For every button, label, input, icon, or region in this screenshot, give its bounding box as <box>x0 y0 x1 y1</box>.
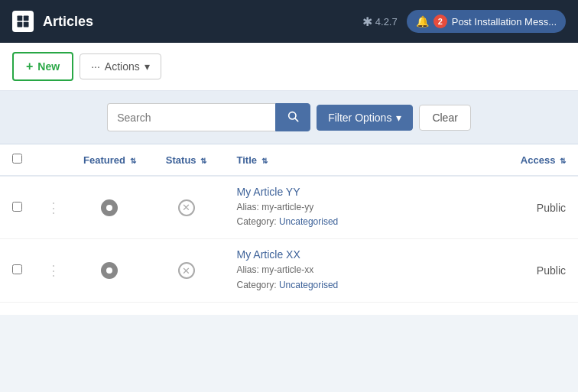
filter-options-label: Filter Options <box>328 112 391 124</box>
status-icon: ✕ <box>178 199 195 216</box>
select-all-checkbox[interactable] <box>12 154 22 164</box>
featured-col-header[interactable]: Featured ⇅ <box>71 144 148 176</box>
app-header: Articles ✱ 4.2.7 🔔 2 Post Installation M… <box>0 0 578 43</box>
status-sort-icon: ⇅ <box>200 157 206 165</box>
actions-button[interactable]: ··· Actions ▾ <box>80 53 161 79</box>
status-cell[interactable]: ✕ <box>148 239 225 302</box>
notifications-button[interactable]: 🔔 2 Post Installation Mess... <box>407 10 566 33</box>
order-col-header <box>34 144 71 176</box>
clear-label: Clear <box>432 112 457 124</box>
svg-rect-3 <box>24 22 29 28</box>
search-button[interactable] <box>275 103 310 131</box>
bell-icon: 🔔 <box>416 15 429 28</box>
category-link[interactable]: Uncategorised <box>279 280 338 290</box>
featured-sort-icon: ⇅ <box>130 157 136 165</box>
version-badge: ✱ 4.2.7 <box>362 15 398 29</box>
table-header-row: Featured ⇅ Status ⇅ Title ⇅ Access ⇅ <box>0 144 578 176</box>
svg-line-5 <box>295 118 298 121</box>
article-title: My Article XX <box>237 248 489 261</box>
actions-label: Actions <box>105 60 140 73</box>
access-col-header[interactable]: Access ⇅ <box>502 144 578 176</box>
drag-handle[interactable]: ⋮ <box>34 239 71 302</box>
status-icon: ✕ <box>178 262 195 279</box>
app-logo <box>12 11 34 32</box>
svg-rect-1 <box>24 16 29 21</box>
post-install-message: Post Installation Mess... <box>452 16 557 28</box>
filter-options-button[interactable]: Filter Options ▾ <box>317 105 413 131</box>
joomla-icon: ✱ <box>362 15 372 29</box>
title-col-header[interactable]: Title ⇅ <box>225 144 502 176</box>
access-cell: Public <box>502 176 578 239</box>
chevron-down-icon: ▾ <box>144 60 150 73</box>
new-label: New <box>37 60 60 73</box>
row-checkbox-cell <box>0 239 34 302</box>
access-sort-icon: ⇅ <box>560 157 566 165</box>
featured-icon <box>101 199 118 216</box>
page-title: Articles <box>43 14 353 30</box>
articles-table-area: Featured ⇅ Status ⇅ Title ⇅ Access ⇅ <box>0 144 578 315</box>
row-checkbox[interactable] <box>12 264 22 274</box>
table-row: ⋮ ✕ My Article XX Alias: my-article-xx C… <box>0 239 578 302</box>
toolbar: + New ··· Actions ▾ <box>0 43 578 91</box>
select-all-col <box>0 144 34 176</box>
featured-cell[interactable] <box>71 176 148 239</box>
featured-icon <box>101 262 118 279</box>
row-checkbox-cell <box>0 176 34 239</box>
svg-rect-0 <box>18 16 23 21</box>
chevron-down-icon: ▾ <box>396 112 401 124</box>
title-cell: My Article XX Alias: my-article-xx Categ… <box>225 239 502 302</box>
article-title-link[interactable]: My Article YY <box>237 186 300 198</box>
article-title: My Article YY <box>237 186 489 198</box>
title-sort-icon: ⇅ <box>261 157 268 165</box>
new-button[interactable]: + New <box>12 52 73 81</box>
search-input[interactable] <box>107 103 275 131</box>
featured-cell[interactable] <box>71 239 148 302</box>
row-checkbox[interactable] <box>12 202 22 212</box>
table-row: ⋮ ✕ My Article YY Alias: my-article-yy C… <box>0 176 578 239</box>
header-right: ✱ 4.2.7 🔔 2 Post Installation Mess... <box>362 10 566 33</box>
access-cell: Public <box>502 239 578 302</box>
drag-handle[interactable]: ⋮ <box>34 176 71 239</box>
filter-bar: Filter Options ▾ Clear <box>0 91 578 144</box>
plus-icon: + <box>26 60 33 73</box>
search-icon <box>287 110 299 125</box>
article-meta: Alias: my-article-yy Category: Uncategor… <box>237 200 489 229</box>
svg-rect-2 <box>18 22 23 28</box>
ellipsis-icon: ··· <box>91 60 100 73</box>
title-cell: My Article YY Alias: my-article-yy Categ… <box>225 176 502 239</box>
article-meta: Alias: my-article-xx Category: Uncategor… <box>237 263 489 292</box>
table-wrap: Featured ⇅ Status ⇅ Title ⇅ Access ⇅ <box>0 144 578 303</box>
status-cell[interactable]: ✕ <box>148 176 225 239</box>
notification-count: 2 <box>434 15 447 28</box>
category-link[interactable]: Uncategorised <box>279 216 338 227</box>
search-wrap <box>107 103 310 131</box>
article-title-link[interactable]: My Article XX <box>237 248 300 261</box>
clear-button[interactable]: Clear <box>419 105 470 131</box>
articles-table: Featured ⇅ Status ⇅ Title ⇅ Access ⇅ <box>0 144 578 303</box>
status-col-header[interactable]: Status ⇅ <box>148 144 225 176</box>
version-text: 4.2.7 <box>375 16 398 28</box>
